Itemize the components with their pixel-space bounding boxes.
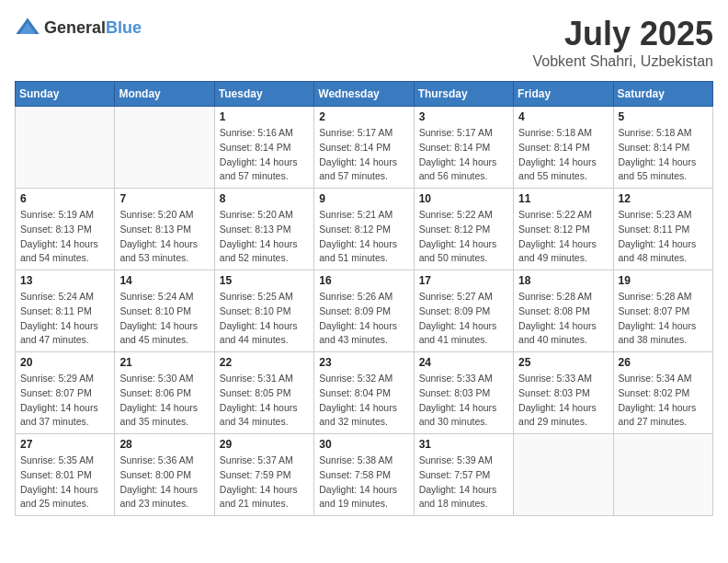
day-detail: Sunrise: 5:36 AMSunset: 8:00 PMDaylight:… [119, 454, 209, 511]
day-number: 16 [319, 274, 408, 287]
day-detail: Sunrise: 5:31 AMSunset: 8:05 PMDaylight:… [220, 372, 309, 430]
calendar-cell: 29Sunrise: 5:37 AMSunset: 7:59 PMDayligh… [214, 434, 313, 516]
calendar-cell: 14Sunrise: 5:24 AMSunset: 8:10 PMDayligh… [115, 270, 214, 352]
day-number: 2 [319, 110, 408, 123]
calendar-cell: 9Sunrise: 5:21 AMSunset: 8:12 PMDaylight… [314, 189, 414, 270]
week-row: 13Sunrise: 5:24 AMSunset: 8:11 PMDayligh… [16, 270, 713, 352]
calendar-cell: 11Sunrise: 5:22 AMSunset: 8:12 PMDayligh… [514, 189, 613, 270]
calendar-cell: 1Sunrise: 5:16 AMSunset: 8:14 PMDaylight… [214, 107, 313, 189]
day-number: 26 [619, 356, 708, 369]
calendar-cell [613, 434, 712, 516]
day-number: 4 [518, 110, 608, 123]
day-detail: Sunrise: 5:32 AMSunset: 8:04 PMDaylight:… [319, 372, 408, 430]
day-detail: Sunrise: 5:20 AMSunset: 8:13 PMDaylight:… [220, 208, 309, 266]
day-number: 21 [119, 356, 209, 369]
calendar-cell: 3Sunrise: 5:17 AMSunset: 8:14 PMDaylight… [414, 107, 513, 189]
day-detail: Sunrise: 5:24 AMSunset: 8:10 PMDaylight:… [119, 290, 209, 348]
weekday-header: Tuesday [214, 82, 313, 107]
day-number: 28 [119, 438, 209, 451]
day-number: 3 [419, 110, 508, 123]
location-title: Vobkent Shahri, Uzbekistan [532, 53, 713, 70]
day-detail: Sunrise: 5:34 AMSunset: 8:02 PMDaylight:… [619, 372, 708, 430]
day-detail: Sunrise: 5:18 AMSunset: 8:14 PMDaylight:… [619, 126, 708, 184]
day-number: 18 [518, 274, 608, 287]
day-number: 20 [20, 356, 109, 369]
day-number: 30 [319, 438, 408, 451]
calendar-header-row: SundayMondayTuesdayWednesdayThursdayFrid… [16, 82, 713, 107]
day-detail: Sunrise: 5:28 AMSunset: 8:08 PMDaylight:… [518, 290, 608, 348]
calendar-cell: 8Sunrise: 5:20 AMSunset: 8:13 PMDaylight… [214, 189, 313, 270]
page-header: GeneralBlue July 2025 Vobkent Shahri, Uz… [15, 15, 713, 70]
day-detail: Sunrise: 5:16 AMSunset: 8:14 PMDaylight:… [220, 126, 309, 184]
day-detail: Sunrise: 5:37 AMSunset: 7:59 PMDaylight:… [220, 454, 309, 511]
title-block: July 2025 Vobkent Shahri, Uzbekistan [532, 15, 713, 70]
day-number: 1 [220, 110, 309, 123]
day-number: 22 [220, 356, 309, 369]
calendar-cell: 5Sunrise: 5:18 AMSunset: 8:14 PMDaylight… [613, 107, 712, 189]
calendar-cell: 20Sunrise: 5:29 AMSunset: 8:07 PMDayligh… [16, 352, 115, 434]
logo: GeneralBlue [15, 15, 142, 40]
weekday-header: Wednesday [314, 82, 414, 107]
day-detail: Sunrise: 5:21 AMSunset: 8:12 PMDaylight:… [319, 208, 408, 266]
day-detail: Sunrise: 5:17 AMSunset: 8:14 PMDaylight:… [319, 126, 408, 184]
calendar-cell: 6Sunrise: 5:19 AMSunset: 8:13 PMDaylight… [16, 189, 115, 270]
day-detail: Sunrise: 5:29 AMSunset: 8:07 PMDaylight:… [20, 372, 109, 430]
calendar-cell: 12Sunrise: 5:23 AMSunset: 8:11 PMDayligh… [613, 189, 712, 270]
calendar-cell: 16Sunrise: 5:26 AMSunset: 8:09 PMDayligh… [314, 270, 414, 352]
calendar-cell: 27Sunrise: 5:35 AMSunset: 8:01 PMDayligh… [16, 434, 115, 516]
day-number: 13 [20, 274, 109, 287]
day-detail: Sunrise: 5:24 AMSunset: 8:11 PMDaylight:… [20, 290, 109, 348]
day-detail: Sunrise: 5:22 AMSunset: 8:12 PMDaylight:… [518, 208, 608, 266]
day-number: 15 [220, 274, 309, 287]
day-detail: Sunrise: 5:17 AMSunset: 8:14 PMDaylight:… [419, 126, 508, 184]
day-number: 8 [220, 192, 309, 205]
day-number: 24 [419, 356, 508, 369]
calendar-cell: 26Sunrise: 5:34 AMSunset: 8:02 PMDayligh… [613, 352, 712, 434]
calendar-cell: 28Sunrise: 5:36 AMSunset: 8:00 PMDayligh… [115, 434, 214, 516]
weekday-header: Friday [514, 82, 613, 107]
weekday-header: Sunday [16, 82, 115, 107]
calendar-cell: 30Sunrise: 5:38 AMSunset: 7:58 PMDayligh… [314, 434, 414, 516]
calendar-cell: 21Sunrise: 5:30 AMSunset: 8:06 PMDayligh… [115, 352, 214, 434]
calendar-cell: 15Sunrise: 5:25 AMSunset: 8:10 PMDayligh… [214, 270, 313, 352]
day-number: 23 [319, 356, 408, 369]
calendar-table: SundayMondayTuesdayWednesdayThursdayFrid… [15, 81, 713, 516]
calendar-cell [514, 434, 613, 516]
day-detail: Sunrise: 5:23 AMSunset: 8:11 PMDaylight:… [619, 208, 708, 266]
day-detail: Sunrise: 5:33 AMSunset: 8:03 PMDaylight:… [419, 372, 508, 430]
day-detail: Sunrise: 5:25 AMSunset: 8:10 PMDaylight:… [220, 290, 309, 348]
day-number: 27 [20, 438, 109, 451]
calendar-cell: 4Sunrise: 5:18 AMSunset: 8:14 PMDaylight… [514, 107, 613, 189]
day-detail: Sunrise: 5:26 AMSunset: 8:09 PMDaylight:… [319, 290, 408, 348]
week-row: 6Sunrise: 5:19 AMSunset: 8:13 PMDaylight… [16, 189, 713, 270]
day-number: 19 [619, 274, 708, 287]
calendar-cell: 13Sunrise: 5:24 AMSunset: 8:11 PMDayligh… [16, 270, 115, 352]
weekday-header: Monday [115, 82, 214, 107]
calendar-cell: 2Sunrise: 5:17 AMSunset: 8:14 PMDaylight… [314, 107, 414, 189]
day-detail: Sunrise: 5:38 AMSunset: 7:58 PMDaylight:… [319, 454, 408, 511]
day-detail: Sunrise: 5:39 AMSunset: 7:57 PMDaylight:… [419, 454, 508, 511]
calendar-cell: 23Sunrise: 5:32 AMSunset: 8:04 PMDayligh… [314, 352, 414, 434]
weekday-header: Saturday [613, 82, 712, 107]
day-number: 9 [319, 192, 408, 205]
day-detail: Sunrise: 5:20 AMSunset: 8:13 PMDaylight:… [119, 208, 209, 266]
logo-icon [15, 15, 40, 40]
day-detail: Sunrise: 5:30 AMSunset: 8:06 PMDaylight:… [119, 372, 209, 430]
day-number: 6 [20, 192, 109, 205]
day-number: 29 [220, 438, 309, 451]
day-number: 14 [119, 274, 209, 287]
logo-text-blue: Blue [106, 18, 142, 37]
week-row: 20Sunrise: 5:29 AMSunset: 8:07 PMDayligh… [16, 352, 713, 434]
day-number: 17 [419, 274, 508, 287]
calendar-cell: 25Sunrise: 5:33 AMSunset: 8:03 PMDayligh… [514, 352, 613, 434]
calendar-cell: 24Sunrise: 5:33 AMSunset: 8:03 PMDayligh… [414, 352, 513, 434]
day-detail: Sunrise: 5:33 AMSunset: 8:03 PMDaylight:… [518, 372, 608, 430]
day-number: 7 [119, 192, 209, 205]
calendar-cell [16, 107, 115, 189]
day-detail: Sunrise: 5:28 AMSunset: 8:07 PMDaylight:… [619, 290, 708, 348]
day-number: 11 [518, 192, 608, 205]
calendar-cell: 22Sunrise: 5:31 AMSunset: 8:05 PMDayligh… [214, 352, 313, 434]
day-number: 12 [619, 192, 708, 205]
calendar-cell: 17Sunrise: 5:27 AMSunset: 8:09 PMDayligh… [414, 270, 513, 352]
month-title: July 2025 [532, 15, 713, 53]
